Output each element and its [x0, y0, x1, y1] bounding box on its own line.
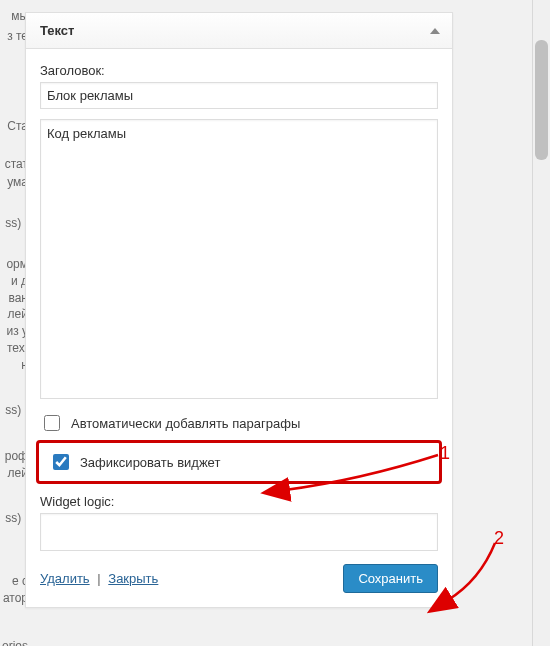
auto-paragraphs-row: Автоматически добавлять параграфы	[40, 412, 438, 434]
fix-widget-label: Зафиксировать виджет	[80, 455, 220, 470]
auto-paragraphs-label: Автоматически добавлять параграфы	[71, 416, 300, 431]
close-link[interactable]: Закрыть	[108, 571, 158, 586]
title-label: Заголовок:	[40, 63, 438, 78]
title-input[interactable]	[40, 82, 438, 109]
fix-widget-row: Зафиксировать виджет	[49, 451, 429, 473]
fix-widget-checkbox[interactable]	[53, 454, 69, 470]
widget-logic-textarea[interactable]	[40, 513, 438, 551]
widget-body: Заголовок: Автоматически добавлять параг…	[26, 49, 452, 607]
widget-links: Удалить | Закрыть	[40, 571, 158, 586]
fix-widget-highlight: Зафиксировать виджет	[36, 440, 442, 484]
annotation-number-2: 2	[494, 528, 504, 549]
canvas: мыз теСтастатумаss) .орми дванлейиз утех…	[0, 0, 550, 646]
title-row: Заголовок:	[40, 63, 438, 109]
text-widget-panel: Текст Заголовок: Автоматически добавлять…	[25, 12, 453, 608]
collapse-icon	[430, 28, 440, 34]
sidebar-fragment: ories	[0, 638, 30, 646]
scrollbar[interactable]	[532, 0, 550, 646]
content-row	[40, 119, 438, 402]
widget-title: Текст	[40, 23, 74, 38]
widget-header[interactable]: Текст	[26, 13, 452, 49]
content-textarea[interactable]	[40, 119, 438, 399]
widget-footer: Удалить | Закрыть Сохранить	[40, 564, 438, 593]
delete-link[interactable]: Удалить	[40, 571, 90, 586]
save-button[interactable]: Сохранить	[343, 564, 438, 593]
link-separator: |	[97, 571, 100, 586]
auto-paragraphs-checkbox[interactable]	[44, 415, 60, 431]
widget-logic-row: Widget logic:	[40, 494, 438, 554]
widget-logic-label: Widget logic:	[40, 494, 438, 509]
scrollbar-thumb[interactable]	[535, 40, 548, 160]
